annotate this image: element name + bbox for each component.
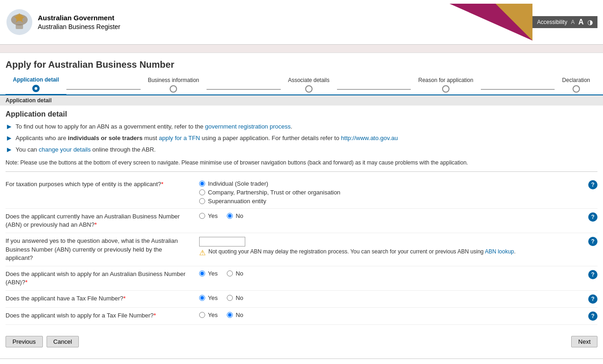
previous-abn-label: If you answered yes to the question abov… bbox=[6, 237, 199, 262]
previous-abn-input[interactable] bbox=[199, 237, 245, 247]
abn-lookup-link[interactable]: ABN lookup bbox=[485, 248, 514, 255]
apply-tfn-link[interactable]: apply for a TFN bbox=[159, 135, 200, 141]
large-a-button[interactable]: A bbox=[578, 18, 584, 26]
step-associate-details[interactable]: Associate details bbox=[281, 74, 337, 94]
contrast-button[interactable]: ◑ bbox=[587, 18, 593, 26]
has-abn-no-radio[interactable] bbox=[227, 213, 233, 219]
step-label-3: Associate details bbox=[288, 77, 330, 83]
has-tfn-no-option[interactable]: No bbox=[227, 294, 243, 301]
button-left: Previous Cancel bbox=[6, 336, 79, 347]
apply-abn-no-option[interactable]: No bbox=[227, 270, 243, 277]
has-tfn-no-radio[interactable] bbox=[227, 295, 233, 301]
step-line-2 bbox=[207, 89, 281, 90]
info-arrow-3: ► bbox=[6, 146, 13, 154]
apply-tfn-yes-option[interactable]: Yes bbox=[199, 311, 218, 318]
entity-type-label: For taxation purposes which type of enti… bbox=[6, 180, 199, 188]
steps-container: Application detail Business information … bbox=[0, 74, 603, 95]
decorative-triangles bbox=[449, 4, 532, 41]
apply-abn-row: Does the applicant wish to apply for an … bbox=[6, 266, 597, 291]
step-circle-2 bbox=[170, 85, 177, 93]
button-right: Next bbox=[571, 336, 597, 347]
has-tfn-yes-option[interactable]: Yes bbox=[199, 294, 218, 301]
header: Australian Government Australian Busines… bbox=[0, 0, 603, 45]
main-content: Application detail ► To find out how to … bbox=[0, 106, 603, 358]
has-abn-yes-option[interactable]: Yes bbox=[199, 212, 218, 219]
entity-company-radio[interactable] bbox=[199, 189, 205, 195]
apply-abn-help-button[interactable]: ? bbox=[588, 270, 597, 279]
apply-abn-no-radio[interactable] bbox=[227, 270, 233, 276]
section-title: Application detail bbox=[6, 110, 597, 118]
info-text-2: Applicants who are individuals or sole t… bbox=[16, 135, 398, 141]
apply-abn-radio-row: Yes No bbox=[199, 270, 584, 277]
has-abn-no-option[interactable]: No bbox=[227, 212, 243, 219]
change-details-link[interactable]: change your details bbox=[39, 146, 91, 153]
govt-registration-link[interactable]: government registration process bbox=[205, 123, 291, 130]
abn-warning: ⚠ Not quoting your ABN may delay the reg… bbox=[199, 248, 584, 257]
has-abn-help: ? bbox=[584, 212, 597, 222]
gov-line1: Australian Government bbox=[38, 13, 120, 23]
ato-link[interactable]: http://www.ato.gov.au bbox=[341, 135, 398, 141]
entity-company-option[interactable]: Company, Partnership, Trust or other org… bbox=[199, 189, 584, 196]
cancel-button[interactable]: Cancel bbox=[47, 336, 79, 347]
step-label-4: Reason for application bbox=[418, 77, 473, 83]
previous-abn-controls: ⚠ Not quoting your ABN may delay the reg… bbox=[199, 237, 584, 257]
has-abn-radio-row: Yes No bbox=[199, 212, 584, 219]
step-circle-1 bbox=[32, 85, 40, 92]
has-abn-help-button[interactable]: ? bbox=[588, 212, 597, 222]
entity-individual-radio[interactable] bbox=[199, 181, 205, 187]
step-label-1: Application detail bbox=[13, 76, 59, 83]
next-button[interactable]: Next bbox=[571, 336, 597, 347]
small-a-button[interactable]: A bbox=[571, 19, 574, 25]
info-text-3: You can change your details online throu… bbox=[16, 146, 156, 153]
has-tfn-label: Does the applicant have a Tax File Numbe… bbox=[6, 294, 199, 303]
has-abn-yes-radio[interactable] bbox=[199, 213, 205, 219]
entity-super-option[interactable]: Superannuation entity bbox=[199, 198, 584, 205]
step-declaration[interactable]: Declaration bbox=[555, 74, 597, 94]
step-label-2: Business information bbox=[148, 77, 199, 83]
entity-type-help: ? bbox=[584, 180, 597, 189]
previous-abn-help-button[interactable]: ? bbox=[588, 237, 597, 246]
entity-type-help-button[interactable]: ? bbox=[588, 180, 597, 189]
step-circle-3 bbox=[305, 85, 313, 93]
step-business-information[interactable]: Business information bbox=[141, 74, 207, 94]
entity-super-radio[interactable] bbox=[199, 198, 205, 204]
apply-abn-yes-option[interactable]: Yes bbox=[199, 270, 218, 277]
has-tfn-radio-row: Yes No bbox=[199, 294, 584, 301]
footer: Privacy | Security | Technical informati… bbox=[0, 358, 603, 364]
has-tfn-yes-radio[interactable] bbox=[199, 295, 205, 301]
previous-button[interactable]: Previous bbox=[6, 336, 43, 347]
info-arrow-2: ► bbox=[6, 134, 13, 142]
accessibility-bar: Accessibility A A ◑ bbox=[532, 16, 597, 28]
apply-tfn-no-radio[interactable] bbox=[227, 312, 233, 318]
info-text-1: To find out how to apply for an ABN as a… bbox=[16, 123, 292, 130]
apply-tfn-help-button[interactable]: ? bbox=[588, 311, 597, 321]
step-line-4 bbox=[481, 89, 555, 90]
step-line-1 bbox=[66, 89, 141, 90]
page-title-area: Apply for Australian Business Number bbox=[0, 53, 603, 74]
step-reason-for-application[interactable]: Reason for application bbox=[411, 74, 480, 94]
steps-row: Application detail Business information … bbox=[6, 74, 597, 94]
step-label-5: Declaration bbox=[562, 77, 590, 83]
info-arrow-1: ► bbox=[6, 123, 13, 131]
gov-line2: Australian Business Register bbox=[38, 23, 120, 32]
apply-tfn-row: Does the applicant wish to apply for a T… bbox=[6, 308, 597, 325]
step-line-3 bbox=[337, 89, 411, 90]
info-item-3: ► You can change your details online thr… bbox=[6, 146, 597, 154]
has-tfn-row: Does the applicant have a Tax File Numbe… bbox=[6, 291, 597, 308]
apply-tfn-radio-row: Yes No bbox=[199, 311, 584, 318]
has-tfn-help: ? bbox=[584, 294, 597, 304]
warning-icon: ⚠ bbox=[199, 248, 206, 257]
has-abn-label: Does the applicant currently have an Aus… bbox=[6, 212, 199, 229]
apply-tfn-no-option[interactable]: No bbox=[227, 311, 243, 318]
subheader-strip bbox=[0, 45, 603, 53]
apply-tfn-controls: Yes No bbox=[199, 311, 584, 318]
apply-abn-yes-radio[interactable] bbox=[199, 270, 205, 276]
entity-type-row: For taxation purposes which type of enti… bbox=[6, 176, 597, 209]
previous-abn-row: If you answered yes to the question abov… bbox=[6, 233, 597, 266]
entity-individual-option[interactable]: Individual (Sole trader) bbox=[199, 180, 584, 187]
coat-of-arms-icon bbox=[6, 8, 33, 36]
page-title: Apply for Australian Business Number bbox=[6, 59, 597, 70]
has-tfn-help-button[interactable]: ? bbox=[588, 294, 597, 304]
apply-tfn-yes-radio[interactable] bbox=[199, 312, 205, 318]
step-application-detail[interactable]: Application detail bbox=[6, 74, 66, 95]
